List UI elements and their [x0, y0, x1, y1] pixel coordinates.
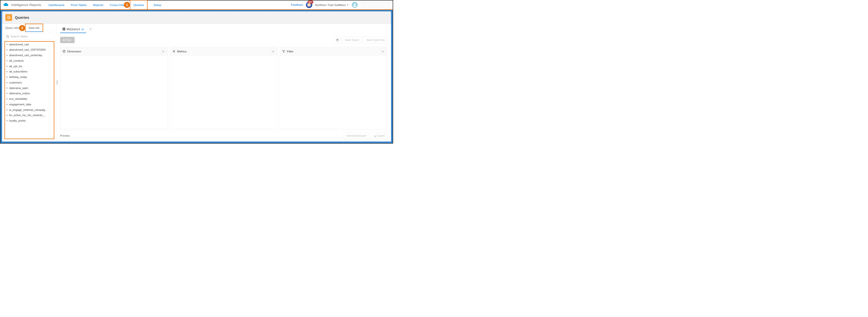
- cube-icon: [62, 50, 66, 53]
- table-item-label: abandoned_cart: [9, 43, 29, 46]
- user-avatar-icon[interactable]: [351, 2, 358, 8]
- filter-icon: [282, 50, 285, 53]
- add-dimension-button[interactable]: +: [161, 49, 165, 54]
- nav-links: Dashboards Pivot Tables Reports Cross-Ch…: [48, 0, 162, 9]
- grid-icon: [63, 28, 65, 30]
- run-button[interactable]: Run: [60, 37, 75, 43]
- app-title: Intelligence Reports: [11, 3, 41, 7]
- add-metric-button[interactable]: +: [271, 49, 275, 54]
- filter-label: Filter: [287, 50, 293, 53]
- dimension-label: Dimension: [67, 50, 81, 53]
- tab-data-set-label: Data Set: [29, 27, 39, 30]
- nav-pivot-tables[interactable]: Pivot Tables: [70, 3, 87, 6]
- chevron-right-icon: [6, 76, 7, 78]
- table-item[interactable]: is_engage_external_campaig...: [5, 107, 54, 113]
- table-item-label: engagement_data: [9, 103, 31, 106]
- page-header: Queries: [2, 11, 391, 24]
- add-filter-button[interactable]: +: [380, 49, 385, 54]
- metrics-label: Metrics: [177, 50, 187, 53]
- chevron-down-icon: [347, 4, 348, 5]
- table-item[interactable]: abandoned_cart: [5, 42, 54, 47]
- table-item-label: customers: [9, 81, 22, 84]
- top-nav: Intelligence Reports Dashboards Pivot Ta…: [0, 0, 393, 10]
- query-editor: MyQuery1 + Run Save Query: [57, 24, 391, 141]
- chevron-right-icon: [6, 120, 7, 121]
- download-icon: [374, 135, 376, 137]
- nav-queries[interactable]: 1 Queries: [130, 0, 148, 10]
- svg-line-3: [8, 37, 9, 38]
- table-item[interactable]: datorama_orders: [5, 91, 54, 96]
- tab-data-set[interactable]: 2 Data Set: [25, 24, 43, 32]
- table-item[interactable]: all_contacts: [5, 58, 54, 63]
- table-item-label: lm_active_my_nto_rewards_...: [9, 114, 46, 117]
- table-item[interactable]: engagement_data: [5, 102, 54, 107]
- nav-cross-channel[interactable]: Cross-Cha: [110, 3, 124, 6]
- astro-avatar-icon[interactable]: 99+: [306, 2, 312, 8]
- schedule-export-button[interactable]: Schedule Export: [343, 133, 369, 139]
- table-item[interactable]: datorama_open: [5, 85, 54, 91]
- page-title: Queries: [15, 15, 29, 20]
- chevron-right-icon: [6, 60, 7, 61]
- nav-queries-label: Queries: [133, 3, 144, 6]
- table-item[interactable]: abandoned_cart_1597431604: [5, 47, 54, 53]
- delete-button[interactable]: [334, 37, 340, 43]
- table-item-label: datorama_open: [9, 87, 28, 90]
- org-name: Northern Trail Outfitters: [315, 3, 346, 6]
- chevron-right-icon: [6, 93, 7, 94]
- trash-icon: [336, 38, 339, 42]
- table-item[interactable]: loyalty_points: [5, 118, 54, 124]
- table-item-label: datorama_orders: [9, 92, 30, 95]
- play-icon: [63, 39, 65, 41]
- dimension-panel: Dimension +: [60, 47, 168, 129]
- sidebar-splitter[interactable]: [57, 79, 58, 86]
- org-picker[interactable]: Northern Trail Outfitters: [315, 3, 348, 6]
- export-button-label: Export: [377, 134, 384, 137]
- chevron-right-icon: [6, 115, 7, 116]
- chevron-right-icon: [6, 65, 7, 67]
- add-query-tab-button[interactable]: +: [88, 27, 93, 32]
- notification-badge: 99+: [308, 0, 313, 3]
- save-query-as-button[interactable]: Save Query As: [364, 37, 388, 43]
- chevron-right-icon: [6, 109, 7, 110]
- nav-dashboards[interactable]: Dashboards: [48, 3, 65, 6]
- tables-list[interactable]: abandoned_cartabandoned_cart_1597431604a…: [5, 42, 54, 138]
- table-item[interactable]: lm_active_my_nto_rewards_...: [5, 113, 54, 118]
- table-item-label: ecs_newsletter: [9, 97, 27, 101]
- table-item[interactable]: customers: [5, 80, 54, 85]
- query-tab-myquery1[interactable]: MyQuery1: [60, 25, 86, 33]
- chevron-right-icon: [6, 55, 7, 56]
- search-tables-input[interactable]: [10, 35, 53, 38]
- chevron-right-icon: [6, 103, 7, 105]
- table-item-label: birthday_today: [9, 75, 27, 79]
- nav-reports[interactable]: Reports: [93, 3, 104, 6]
- table-item[interactable]: abandoned_cart_yesterday: [5, 53, 54, 58]
- table-item[interactable]: birthday_today: [5, 74, 54, 80]
- table-item[interactable]: all_subscribers: [5, 69, 54, 74]
- svg-point-2: [6, 35, 8, 37]
- table-item-label: is_engage_external_campaig...: [9, 108, 47, 112]
- user-menu-placeholder[interactable]: [361, 2, 390, 8]
- table-item-label: abandoned_cart_1597431604: [9, 48, 46, 52]
- filter-drop-area[interactable]: [280, 56, 388, 129]
- queries-page-icon: [5, 14, 12, 21]
- export-button[interactable]: Export: [371, 133, 388, 139]
- table-item-label: loyalty_points: [9, 119, 26, 122]
- preview-label: Preview: [60, 134, 70, 137]
- tables-list-highlight: abandoned_cartabandoned_cart_1597431604a…: [4, 41, 55, 139]
- chevron-right-icon: [6, 87, 7, 89]
- feedback-link[interactable]: Feedback: [291, 3, 303, 6]
- nav-setup[interactable]: Setup: [153, 3, 161, 6]
- table-item-label: all_opt_ins: [9, 65, 22, 68]
- chevron-right-icon: [6, 49, 7, 51]
- search-tables-box: [4, 34, 55, 40]
- search-icon: [6, 35, 9, 38]
- metrics-drop-area[interactable]: [170, 56, 278, 129]
- dimension-drop-area[interactable]: [60, 56, 168, 129]
- left-sidebar: Query Library 2 Data Set abandoned_carta…: [2, 24, 57, 141]
- hash-icon: [172, 50, 176, 53]
- filter-panel: Filter +: [280, 47, 388, 129]
- table-item[interactable]: all_opt_ins: [5, 63, 54, 69]
- salesforce-cloud-icon: [3, 2, 9, 7]
- save-query-button[interactable]: Save Query: [342, 37, 362, 43]
- table-item[interactable]: ecs_newsletter: [5, 96, 54, 102]
